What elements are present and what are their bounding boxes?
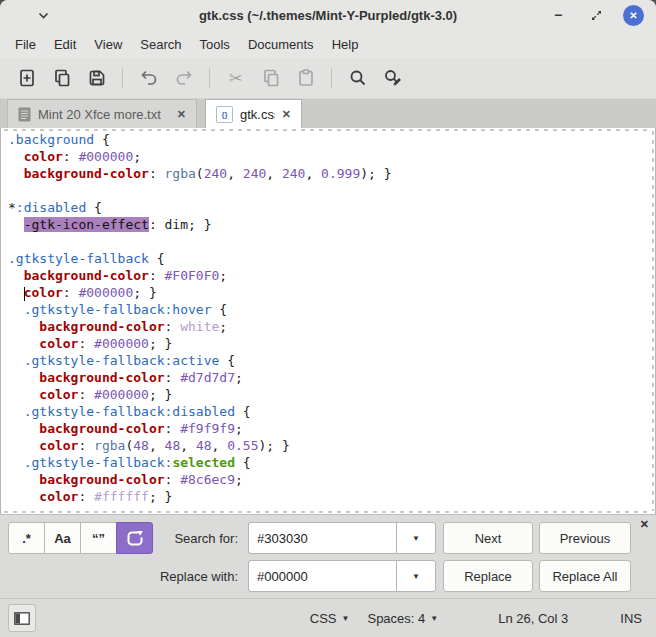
wrap-around-toggle-button[interactable] [116,522,153,554]
menu-tools[interactable]: Tools [191,33,239,56]
titlebar: gtk.css (~/.themes/Mint-Y-Purpled/gtk-3.… [0,0,656,30]
toolbar: ✂ [0,58,656,98]
code-token: : [149,268,165,283]
code-token: : [165,370,181,385]
code-token: 240 [204,166,227,181]
code-token [8,472,39,487]
copy-button[interactable] [257,65,284,92]
find-replace-button[interactable] [379,65,406,92]
code-token: background-color [39,472,164,487]
code-token: -gtk-icon-effect [24,217,149,232]
code-token: : [165,319,181,334]
code-token: { [235,404,251,419]
find-button[interactable] [344,65,371,92]
tab-gtk-css[interactable]: {} gtk.css ✕ [205,99,302,128]
menu-documents[interactable]: Documents [239,33,323,56]
tabbar: Mint 20 Xfce more.txt ✕ {} gtk.css ✕ [0,98,656,128]
code-token: selected [172,455,235,470]
window-menu-chevron-icon[interactable] [38,12,49,19]
code-token [8,149,24,164]
code-token: ; [235,421,243,436]
menu-help[interactable]: Help [323,33,368,56]
code-token: color [24,285,63,300]
code-token: : [78,489,94,504]
search-dropdown-button[interactable]: ▼ [396,522,436,554]
maximize-button[interactable] [585,4,607,26]
code-token: , [149,438,165,453]
menu-view[interactable]: View [85,33,131,56]
code-token: ; } [149,489,172,504]
whole-word-toggle-button[interactable]: “” [80,522,117,554]
code-token: * [8,200,16,215]
code-line: color: #000000; [8,148,655,165]
match-case-toggle-button[interactable]: Aa [44,522,81,554]
code-token [8,387,39,402]
code-line: background-color: #F0F0F0; [8,267,655,284]
code-token [8,353,24,368]
code-token: : [78,387,94,402]
code-line: .gtkstyle-fallback:disabled { [8,403,655,420]
code-token: background-color [39,421,164,436]
code-token: #8c6ec9 [180,472,235,487]
search-input[interactable] [248,522,396,554]
code-line [8,233,655,250]
code-token [8,404,24,419]
minimize-button[interactable]: − [547,4,569,26]
code-token: ; [219,319,227,334]
code-token: 48 [133,438,149,453]
menu-edit[interactable]: Edit [45,33,85,56]
save-button[interactable] [83,65,110,92]
code-token: background-color [39,370,164,385]
previous-button[interactable]: Previous [539,522,631,554]
close-button[interactable]: ✕ [623,5,644,26]
wrap-around-icon [124,528,146,548]
dropdown-arrow-icon: ▼ [430,614,438,623]
code-token: : [149,166,165,181]
toolbar-separator [122,68,123,88]
language-selector[interactable]: CSS ▼ [310,611,350,626]
code-token: background-color [24,166,149,181]
code-token [8,285,24,300]
cut-button[interactable]: ✂ [222,65,249,92]
code-token: ); } [360,166,391,181]
editor-content[interactable]: .background { color: #000000; background… [0,128,656,514]
code-line: .gtkstyle-fallback:active { [8,352,655,369]
menu-file[interactable]: File [6,33,45,56]
code-line: color: #000000; } [8,284,655,301]
tab-width-selector[interactable]: Spaces: 4 ▼ [367,611,438,626]
replace-with-label: Replace with: [156,569,238,584]
code-line: color: #ffffff; } [8,488,655,505]
tab-close-icon[interactable]: ✕ [177,108,186,121]
side-panel-toggle-button[interactable] [8,604,36,632]
code-token: : [63,149,79,164]
next-button[interactable]: Next [443,522,533,554]
open-document-button[interactable] [48,65,75,92]
code-token: ; [219,268,227,283]
code-token: .gtkstyle-fallback [8,251,149,266]
replace-all-button[interactable]: Replace All [539,560,631,592]
replace-input[interactable] [248,560,396,592]
code-token: 0.55 [227,438,258,453]
code-token: 0.999 [321,166,360,181]
code-token: #ffffff [94,489,149,504]
css-file-icon: {} [216,106,233,123]
tab-mint-20-xfce-more[interactable]: Mint 20 Xfce more.txt ✕ [7,99,197,128]
regex-toggle-button[interactable]: .* [8,522,45,554]
replace-dropdown-button[interactable]: ▼ [396,560,436,592]
replace-button[interactable]: Replace [443,560,533,592]
tab-width-label: Spaces: 4 [367,611,425,626]
new-document-button[interactable] [13,65,40,92]
paste-button[interactable] [292,65,319,92]
tab-close-icon[interactable]: ✕ [282,108,291,121]
code-token: { [212,302,228,317]
panel-close-icon[interactable]: ✕ [640,518,649,531]
tab-label: gtk.css [240,107,275,122]
code-token: .background [8,132,94,147]
code-token: background-color [24,268,149,283]
redo-button[interactable] [170,65,197,92]
toolbar-separator [331,68,332,88]
code-token: : [165,472,181,487]
menu-search[interactable]: Search [131,33,190,56]
undo-button[interactable] [135,65,162,92]
code-token: color [39,438,78,453]
